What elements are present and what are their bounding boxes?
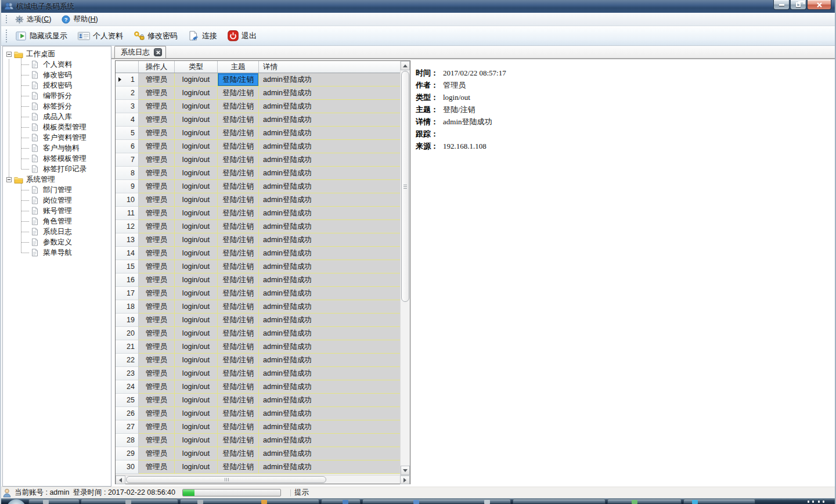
- cell-operator[interactable]: 管理员: [139, 180, 175, 193]
- tree-item[interactable]: 标签打印记录: [3, 164, 111, 174]
- row-header[interactable]: 5: [116, 127, 139, 140]
- cell-operator[interactable]: 管理员: [139, 220, 175, 233]
- scroll-up-button[interactable]: [401, 61, 410, 70]
- row-header[interactable]: 11: [116, 207, 139, 220]
- table-row[interactable]: 14管理员login/out登陆/注销admin登陆成功: [116, 247, 400, 260]
- cell-detail[interactable]: admin登陆成功: [259, 87, 400, 100]
- cell-detail[interactable]: admin登陆成功: [259, 207, 400, 220]
- tree-item[interactable]: 客户资料管理: [3, 132, 111, 143]
- cell-type[interactable]: login/out: [175, 127, 218, 140]
- cell-type[interactable]: login/out: [175, 113, 218, 127]
- cell-type[interactable]: login/out: [175, 180, 218, 193]
- cell-detail[interactable]: admin登陆成功: [259, 140, 400, 153]
- cell-detail[interactable]: admin登陆成功: [259, 247, 400, 260]
- cell-operator[interactable]: 管理员: [139, 447, 175, 460]
- cell-type[interactable]: login/out: [175, 193, 218, 207]
- cell-type[interactable]: login/out: [175, 380, 218, 394]
- table-row[interactable]: 26管理员login/out登陆/注销admin登陆成功: [116, 407, 400, 420]
- cell-operator[interactable]: 管理员: [139, 100, 175, 113]
- cell-operator[interactable]: 管理员: [139, 153, 175, 167]
- row-header[interactable]: 24: [116, 380, 139, 394]
- cell-subject[interactable]: 登陆/注销: [218, 127, 259, 140]
- tree-item[interactable]: 标签拆分: [3, 101, 111, 111]
- row-header[interactable]: 18: [116, 300, 139, 314]
- cell-subject[interactable]: 登陆/注销: [218, 314, 259, 327]
- tree-item[interactable]: 角色管理: [3, 216, 111, 226]
- row-header[interactable]: 27: [116, 420, 139, 434]
- taskbar-button[interactable]: [513, 499, 606, 504]
- row-header[interactable]: 25: [116, 394, 139, 407]
- row-header[interactable]: 12: [116, 220, 139, 233]
- cell-type[interactable]: login/out: [175, 100, 218, 113]
- row-header[interactable]: 17: [116, 287, 139, 300]
- table-row[interactable]: 8管理员login/out登陆/注销admin登陆成功: [116, 167, 400, 180]
- cell-subject[interactable]: 登陆/注销: [218, 300, 259, 314]
- cell-operator[interactable]: 管理员: [139, 73, 175, 87]
- row-header[interactable]: 23: [116, 367, 139, 380]
- cell-detail[interactable]: admin登陆成功: [259, 434, 400, 447]
- cell-operator[interactable]: 管理员: [139, 314, 175, 327]
- cell-detail[interactable]: admin登陆成功: [259, 127, 400, 140]
- scroll-down-button[interactable]: [401, 466, 410, 475]
- cell-subject[interactable]: 登陆/注销: [218, 113, 259, 127]
- cell-operator[interactable]: 管理员: [139, 260, 175, 273]
- table-row[interactable]: 17管理员login/out登陆/注销admin登陆成功: [116, 287, 400, 300]
- cell-subject[interactable]: 登陆/注销: [218, 207, 259, 220]
- cell-operator[interactable]: 管理员: [139, 113, 175, 127]
- cell-subject[interactable]: 登陆/注销: [218, 73, 259, 87]
- column-header-subject[interactable]: 主题: [218, 61, 259, 73]
- cell-type[interactable]: login/out: [175, 260, 218, 273]
- cell-detail[interactable]: admin登陆成功: [259, 193, 400, 207]
- column-header-operator[interactable]: 操作人: [139, 61, 175, 73]
- cell-subject[interactable]: 登陆/注销: [218, 233, 259, 247]
- cell-subject[interactable]: 登陆/注销: [218, 434, 259, 447]
- table-row[interactable]: 3管理员login/out登陆/注销admin登陆成功: [116, 100, 400, 113]
- cell-subject[interactable]: 登陆/注销: [218, 273, 259, 287]
- cell-operator[interactable]: 管理员: [139, 247, 175, 260]
- tree-item[interactable]: 部门管理: [3, 185, 111, 195]
- tab-system-log[interactable]: 系统日志: [114, 46, 166, 58]
- cell-operator[interactable]: 管理员: [139, 207, 175, 220]
- row-header[interactable]: 29: [116, 447, 139, 460]
- table-row[interactable]: 15管理员login/out登陆/注销admin登陆成功: [116, 260, 400, 273]
- cell-detail[interactable]: admin登陆成功: [259, 113, 400, 127]
- cell-type[interactable]: login/out: [175, 247, 218, 260]
- cell-type[interactable]: login/out: [175, 73, 218, 87]
- cell-subject[interactable]: 登陆/注销: [218, 340, 259, 354]
- table-row[interactable]: 10管理员login/out登陆/注销admin登陆成功: [116, 193, 400, 207]
- table-row[interactable]: 29管理员login/out登陆/注销admin登陆成功: [116, 447, 400, 460]
- row-header[interactable]: 3: [116, 100, 139, 113]
- scroll-left-button[interactable]: [116, 476, 125, 484]
- horizontal-scrollbar-thumb[interactable]: [126, 476, 326, 483]
- cell-detail[interactable]: admin登陆成功: [259, 180, 400, 193]
- table-row[interactable]: 24管理员login/out登陆/注销admin登陆成功: [116, 380, 400, 394]
- menu-item-options[interactable]: 选项(C): [10, 13, 56, 26]
- table-row[interactable]: 9管理员login/out登陆/注销admin登陆成功: [116, 180, 400, 193]
- row-header[interactable]: 22: [116, 354, 139, 367]
- collapse-icon[interactable]: [6, 177, 12, 182]
- tree-item[interactable]: 个人资料: [3, 59, 111, 70]
- row-header[interactable]: 13: [116, 233, 139, 247]
- tree-item[interactable]: 参数定义: [3, 237, 111, 247]
- cell-operator[interactable]: 管理员: [139, 127, 175, 140]
- row-header[interactable]: 4: [116, 113, 139, 127]
- tree-item[interactable]: 客户与物料: [3, 143, 111, 153]
- cell-detail[interactable]: admin登陆成功: [259, 367, 400, 380]
- start-button[interactable]: [6, 499, 26, 504]
- cell-type[interactable]: login/out: [175, 354, 218, 367]
- cell-detail[interactable]: admin登陆成功: [259, 153, 400, 167]
- row-header[interactable]: 21: [116, 340, 139, 354]
- cell-detail[interactable]: admin登陆成功: [259, 407, 400, 420]
- cell-detail[interactable]: admin登陆成功: [259, 220, 400, 233]
- tree-item[interactable]: 账号管理: [3, 206, 111, 216]
- row-header[interactable]: 8: [116, 167, 139, 180]
- tree-folder[interactable]: 系统管理: [3, 174, 111, 185]
- table-row[interactable]: 27管理员login/out登陆/注销admin登陆成功: [116, 420, 400, 434]
- table-row[interactable]: 20管理员login/out登陆/注销admin登陆成功: [116, 327, 400, 340]
- restore-button[interactable]: [790, 0, 806, 10]
- tree-item[interactable]: 岗位管理: [3, 195, 111, 206]
- change-password-button[interactable]: 修改密码: [129, 28, 182, 44]
- scroll-right-button[interactable]: [400, 476, 410, 484]
- table-row[interactable]: 25管理员login/out登陆/注销admin登陆成功: [116, 394, 400, 407]
- cell-detail[interactable]: admin登陆成功: [259, 273, 400, 287]
